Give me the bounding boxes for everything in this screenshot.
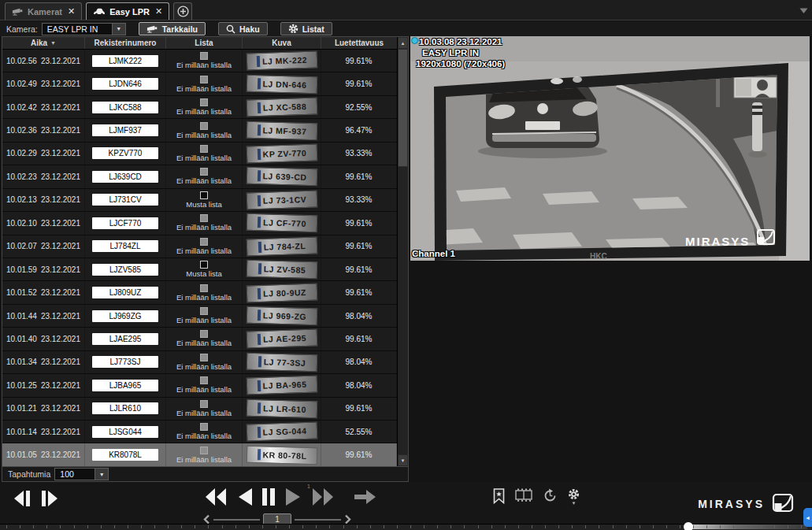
lpr-event-row[interactable]: 10.02.42 23.12.2021 LJKC588 Ei millään l… bbox=[2, 96, 397, 119]
plate-number-field[interactable]: LJ773SJ bbox=[92, 356, 158, 368]
lpr-event-row[interactable]: 10.02.07 23.12.2021 LJ784ZL Ei millään l… bbox=[2, 235, 397, 258]
list-checkbox[interactable] bbox=[200, 400, 208, 408]
plate-number-field[interactable]: LJDN646 bbox=[92, 78, 158, 90]
plate-image[interactable]: KR 80-78L bbox=[246, 445, 317, 465]
playback-settings-button[interactable]: ▼ bbox=[568, 488, 580, 506]
list-checkbox[interactable] bbox=[200, 261, 208, 269]
lpr-event-row[interactable]: 10.02.49 23.12.2021 LJDN646 Ei millään l… bbox=[2, 72, 397, 95]
step-forward-button[interactable] bbox=[39, 489, 59, 508]
plate-image[interactable]: LJ 639-CD bbox=[246, 167, 317, 187]
lpr-event-row[interactable]: 10.01.34 23.12.2021 LJ773SJ Ei millään l… bbox=[2, 351, 397, 374]
scrollbar-thumb[interactable] bbox=[398, 49, 408, 167]
play-backward-button[interactable] bbox=[236, 487, 254, 507]
fast-forward-button[interactable] bbox=[310, 487, 336, 507]
step-backward-button[interactable] bbox=[13, 489, 33, 508]
lpr-event-row[interactable]: 10.01.25 23.12.2021 LJBA965 Ei millään l… bbox=[2, 374, 397, 397]
plate-number-field[interactable]: LJSG044 bbox=[92, 426, 158, 438]
lpr-event-row[interactable]: 10.01.14 23.12.2021 LJSG044 Ei millään l… bbox=[2, 421, 397, 443]
scroll-up-icon[interactable]: ▲ bbox=[398, 37, 408, 49]
plate-image[interactable]: LJ SG-044 bbox=[246, 422, 317, 442]
plate-image[interactable]: LJ MK-222 bbox=[246, 51, 317, 71]
plate-image[interactable]: LJ XC-588 bbox=[246, 98, 317, 117]
plate-image[interactable]: LJ 73-1CV bbox=[246, 190, 317, 209]
tarkkailu-button[interactable]: Tarkkailu bbox=[139, 22, 206, 35]
tab-easy-lpr[interactable]: Easy LPR ✕ bbox=[86, 2, 169, 20]
column-header-aika[interactable]: Aika ▼ bbox=[2, 37, 85, 49]
plate-image[interactable]: KP ZV-770 bbox=[246, 143, 317, 163]
haku-button[interactable]: Haku bbox=[218, 22, 268, 35]
plate-number-field[interactable]: LJ731CV bbox=[92, 194, 158, 206]
slider-track[interactable] bbox=[295, 519, 341, 521]
plate-image[interactable]: LJ BA-965 bbox=[246, 376, 317, 395]
close-icon[interactable]: ✕ bbox=[155, 6, 162, 17]
plate-image[interactable]: LJ LR-610 bbox=[246, 399, 317, 419]
lpr-event-row[interactable]: 10.01.21 23.12.2021 LJLR610 Ei millään l… bbox=[2, 398, 397, 421]
column-header-lista[interactable]: Lista bbox=[166, 37, 243, 49]
list-checkbox[interactable] bbox=[200, 238, 208, 246]
listat-button[interactable]: Listat bbox=[280, 22, 332, 35]
jump-to-end-button[interactable] bbox=[354, 489, 376, 505]
plate-number-field[interactable]: LJ969ZG bbox=[92, 310, 158, 322]
list-checkbox[interactable] bbox=[200, 330, 208, 338]
plate-image[interactable]: LJ 784-ZL bbox=[246, 236, 317, 256]
plate-number-field[interactable]: LJMK222 bbox=[92, 55, 158, 67]
timeline-cursor-handle[interactable] bbox=[684, 522, 693, 530]
lpr-event-row[interactable]: 10.02.13 23.12.2021 LJ731CV Musta lista … bbox=[2, 189, 397, 212]
plate-number-field[interactable]: LJLR610 bbox=[92, 402, 158, 414]
slider-track[interactable] bbox=[213, 519, 260, 521]
scroll-down-icon[interactable]: ▼ bbox=[398, 454, 408, 466]
plate-image[interactable]: LJ CF-770 bbox=[246, 213, 317, 233]
list-checkbox[interactable] bbox=[200, 122, 208, 130]
chevron-down-icon[interactable]: ▼ bbox=[95, 469, 108, 480]
lpr-event-row[interactable]: 10.01.44 23.12.2021 LJ969ZG Ei millään l… bbox=[2, 305, 397, 328]
column-header-kuva[interactable]: Kuva bbox=[243, 37, 321, 49]
list-checkbox[interactable] bbox=[200, 447, 208, 454]
lpr-event-row[interactable]: 10.02.56 23.12.2021 LJMK222 Ei millään l… bbox=[2, 50, 397, 72]
list-checkbox[interactable] bbox=[200, 354, 208, 361]
video-viewport[interactable]: MIRASYS HKC 10.03.08 23.12.2021 EASY LPR… bbox=[410, 36, 810, 261]
fast-rewind-button[interactable] bbox=[203, 487, 228, 507]
timeline-ruler[interactable] bbox=[0, 524, 812, 530]
chevron-down-icon[interactable]: ▼ bbox=[112, 24, 125, 35]
bookmark-button[interactable] bbox=[493, 488, 505, 504]
plate-image[interactable]: LJ 77-3SJ bbox=[246, 353, 317, 372]
plate-number-field[interactable]: LJAE295 bbox=[92, 333, 158, 345]
plate-image[interactable]: LJ 80-9UZ bbox=[246, 283, 317, 302]
plate-number-field[interactable]: LJZV585 bbox=[92, 264, 158, 276]
plate-number-field[interactable]: LJCF770 bbox=[92, 217, 158, 229]
overlay-corner-badge[interactable]: ◄ bbox=[803, 508, 812, 527]
plate-number-field[interactable]: LJMF937 bbox=[92, 124, 158, 136]
plate-image[interactable]: LJ AE-295 bbox=[246, 329, 317, 349]
tab-kamerat[interactable]: Kamerat ✕ bbox=[5, 2, 82, 20]
add-tab-button[interactable] bbox=[173, 2, 192, 20]
list-checkbox[interactable] bbox=[200, 284, 208, 292]
lpr-event-row[interactable]: 10.02.36 23.12.2021 LJMF937 Ei millään l… bbox=[2, 119, 397, 142]
playback-history-button[interactable] bbox=[543, 488, 558, 503]
plate-image[interactable]: LJ 969-ZG bbox=[246, 306, 317, 326]
plate-number-field[interactable]: LJ784ZL bbox=[92, 240, 158, 252]
pause-button[interactable] bbox=[261, 487, 276, 507]
lpr-event-row[interactable]: 10.01.40 23.12.2021 LJAE295 Ei millään l… bbox=[2, 328, 397, 350]
lpr-event-row[interactable]: 10.02.29 23.12.2021 KPZV770 Ei millään l… bbox=[2, 143, 397, 165]
events-count-select[interactable]: 100 ▼ bbox=[54, 468, 109, 480]
list-checkbox[interactable] bbox=[200, 52, 208, 60]
plate-number-field[interactable]: LJKC588 bbox=[92, 102, 158, 113]
list-checkbox[interactable] bbox=[200, 376, 208, 384]
plate-number-field[interactable]: LJ639CD bbox=[92, 171, 158, 183]
list-checkbox[interactable] bbox=[200, 191, 208, 199]
list-checkbox[interactable] bbox=[200, 423, 208, 431]
list-checkbox[interactable] bbox=[200, 307, 208, 315]
lpr-event-row[interactable]: 10.02.10 23.12.2021 LJCF770 Ei millään l… bbox=[2, 212, 397, 235]
plate-number-field[interactable]: LJ809UZ bbox=[92, 287, 158, 298]
collapse-panel-icon[interactable] bbox=[799, 3, 808, 17]
column-header-luetettavuus[interactable]: Luetettavuus bbox=[321, 37, 397, 49]
lpr-event-row[interactable]: 10.01.52 23.12.2021 LJ809UZ Ei millään l… bbox=[2, 281, 397, 304]
plate-image[interactable]: LJ ZV-585 bbox=[246, 260, 317, 280]
close-icon[interactable]: ✕ bbox=[68, 6, 75, 17]
plate-number-field[interactable]: KR8078L bbox=[92, 449, 158, 461]
lpr-event-row[interactable]: 10.01.05 23.12.2021 KR8078L Ei millään l… bbox=[2, 443, 397, 465]
column-header-rekisterinumero[interactable]: Rekisterinumero bbox=[85, 37, 166, 49]
plate-number-field[interactable]: KPZV770 bbox=[92, 147, 158, 159]
list-checkbox[interactable] bbox=[200, 98, 208, 106]
image-export-button[interactable] bbox=[515, 488, 532, 502]
